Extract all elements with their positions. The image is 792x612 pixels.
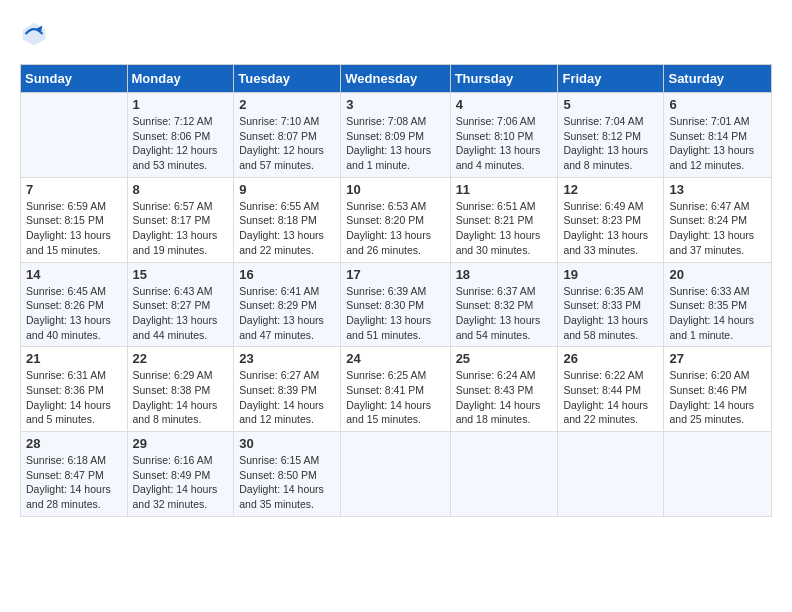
day-info: Sunrise: 6:24 AM Sunset: 8:43 PM Dayligh…: [456, 368, 553, 427]
calendar-cell: [341, 432, 450, 517]
day-number: 24: [346, 351, 444, 366]
day-number: 1: [133, 97, 229, 112]
header-cell-thursday: Thursday: [450, 65, 558, 93]
calendar-week-row: 1Sunrise: 7:12 AM Sunset: 8:06 PM Daylig…: [21, 93, 772, 178]
calendar-week-row: 14Sunrise: 6:45 AM Sunset: 8:26 PM Dayli…: [21, 262, 772, 347]
day-info: Sunrise: 7:01 AM Sunset: 8:14 PM Dayligh…: [669, 114, 766, 173]
day-number: 22: [133, 351, 229, 366]
day-info: Sunrise: 6:47 AM Sunset: 8:24 PM Dayligh…: [669, 199, 766, 258]
day-info: Sunrise: 6:31 AM Sunset: 8:36 PM Dayligh…: [26, 368, 122, 427]
calendar-cell: 13Sunrise: 6:47 AM Sunset: 8:24 PM Dayli…: [664, 177, 772, 262]
day-info: Sunrise: 6:22 AM Sunset: 8:44 PM Dayligh…: [563, 368, 658, 427]
day-number: 10: [346, 182, 444, 197]
header-cell-monday: Monday: [127, 65, 234, 93]
day-number: 18: [456, 267, 553, 282]
day-number: 6: [669, 97, 766, 112]
calendar-cell: 3Sunrise: 7:08 AM Sunset: 8:09 PM Daylig…: [341, 93, 450, 178]
day-number: 3: [346, 97, 444, 112]
calendar-cell: 28Sunrise: 6:18 AM Sunset: 8:47 PM Dayli…: [21, 432, 128, 517]
day-info: Sunrise: 6:27 AM Sunset: 8:39 PM Dayligh…: [239, 368, 335, 427]
calendar-cell: 23Sunrise: 6:27 AM Sunset: 8:39 PM Dayli…: [234, 347, 341, 432]
calendar-cell: 1Sunrise: 7:12 AM Sunset: 8:06 PM Daylig…: [127, 93, 234, 178]
calendar-week-row: 7Sunrise: 6:59 AM Sunset: 8:15 PM Daylig…: [21, 177, 772, 262]
day-number: 7: [26, 182, 122, 197]
calendar-cell: 16Sunrise: 6:41 AM Sunset: 8:29 PM Dayli…: [234, 262, 341, 347]
calendar-cell: 18Sunrise: 6:37 AM Sunset: 8:32 PM Dayli…: [450, 262, 558, 347]
calendar-cell: 4Sunrise: 7:06 AM Sunset: 8:10 PM Daylig…: [450, 93, 558, 178]
day-number: 19: [563, 267, 658, 282]
day-number: 16: [239, 267, 335, 282]
day-number: 23: [239, 351, 335, 366]
calendar-cell: [21, 93, 128, 178]
day-info: Sunrise: 6:18 AM Sunset: 8:47 PM Dayligh…: [26, 453, 122, 512]
calendar-cell: 24Sunrise: 6:25 AM Sunset: 8:41 PM Dayli…: [341, 347, 450, 432]
header-row: SundayMondayTuesdayWednesdayThursdayFrid…: [21, 65, 772, 93]
day-info: Sunrise: 6:15 AM Sunset: 8:50 PM Dayligh…: [239, 453, 335, 512]
calendar-cell: 14Sunrise: 6:45 AM Sunset: 8:26 PM Dayli…: [21, 262, 128, 347]
calendar-cell: 6Sunrise: 7:01 AM Sunset: 8:14 PM Daylig…: [664, 93, 772, 178]
day-number: 13: [669, 182, 766, 197]
day-number: 25: [456, 351, 553, 366]
calendar-cell: 21Sunrise: 6:31 AM Sunset: 8:36 PM Dayli…: [21, 347, 128, 432]
day-number: 11: [456, 182, 553, 197]
calendar-cell: 2Sunrise: 7:10 AM Sunset: 8:07 PM Daylig…: [234, 93, 341, 178]
calendar-cell: 10Sunrise: 6:53 AM Sunset: 8:20 PM Dayli…: [341, 177, 450, 262]
header-cell-sunday: Sunday: [21, 65, 128, 93]
day-info: Sunrise: 6:39 AM Sunset: 8:30 PM Dayligh…: [346, 284, 444, 343]
calendar-header: SundayMondayTuesdayWednesdayThursdayFrid…: [21, 65, 772, 93]
day-info: Sunrise: 6:51 AM Sunset: 8:21 PM Dayligh…: [456, 199, 553, 258]
day-number: 8: [133, 182, 229, 197]
calendar-cell: 17Sunrise: 6:39 AM Sunset: 8:30 PM Dayli…: [341, 262, 450, 347]
day-number: 21: [26, 351, 122, 366]
calendar-body: 1Sunrise: 7:12 AM Sunset: 8:06 PM Daylig…: [21, 93, 772, 517]
calendar-cell: [450, 432, 558, 517]
day-number: 15: [133, 267, 229, 282]
day-info: Sunrise: 7:10 AM Sunset: 8:07 PM Dayligh…: [239, 114, 335, 173]
logo-icon: [20, 20, 48, 48]
day-info: Sunrise: 6:29 AM Sunset: 8:38 PM Dayligh…: [133, 368, 229, 427]
logo: [20, 20, 52, 48]
day-info: Sunrise: 6:16 AM Sunset: 8:49 PM Dayligh…: [133, 453, 229, 512]
day-info: Sunrise: 6:25 AM Sunset: 8:41 PM Dayligh…: [346, 368, 444, 427]
calendar-cell: 29Sunrise: 6:16 AM Sunset: 8:49 PM Dayli…: [127, 432, 234, 517]
day-info: Sunrise: 6:49 AM Sunset: 8:23 PM Dayligh…: [563, 199, 658, 258]
day-info: Sunrise: 6:20 AM Sunset: 8:46 PM Dayligh…: [669, 368, 766, 427]
header-cell-tuesday: Tuesday: [234, 65, 341, 93]
day-number: 12: [563, 182, 658, 197]
page-header: [20, 20, 772, 48]
day-number: 30: [239, 436, 335, 451]
day-info: Sunrise: 7:08 AM Sunset: 8:09 PM Dayligh…: [346, 114, 444, 173]
day-info: Sunrise: 6:35 AM Sunset: 8:33 PM Dayligh…: [563, 284, 658, 343]
calendar-week-row: 28Sunrise: 6:18 AM Sunset: 8:47 PM Dayli…: [21, 432, 772, 517]
day-number: 9: [239, 182, 335, 197]
calendar-cell: 27Sunrise: 6:20 AM Sunset: 8:46 PM Dayli…: [664, 347, 772, 432]
day-info: Sunrise: 6:59 AM Sunset: 8:15 PM Dayligh…: [26, 199, 122, 258]
calendar-cell: 26Sunrise: 6:22 AM Sunset: 8:44 PM Dayli…: [558, 347, 664, 432]
calendar-week-row: 21Sunrise: 6:31 AM Sunset: 8:36 PM Dayli…: [21, 347, 772, 432]
day-info: Sunrise: 6:41 AM Sunset: 8:29 PM Dayligh…: [239, 284, 335, 343]
day-number: 5: [563, 97, 658, 112]
day-info: Sunrise: 6:33 AM Sunset: 8:35 PM Dayligh…: [669, 284, 766, 343]
calendar-cell: 5Sunrise: 7:04 AM Sunset: 8:12 PM Daylig…: [558, 93, 664, 178]
day-number: 27: [669, 351, 766, 366]
header-cell-wednesday: Wednesday: [341, 65, 450, 93]
calendar-cell: 15Sunrise: 6:43 AM Sunset: 8:27 PM Dayli…: [127, 262, 234, 347]
day-info: Sunrise: 6:45 AM Sunset: 8:26 PM Dayligh…: [26, 284, 122, 343]
day-info: Sunrise: 7:12 AM Sunset: 8:06 PM Dayligh…: [133, 114, 229, 173]
calendar-cell: 25Sunrise: 6:24 AM Sunset: 8:43 PM Dayli…: [450, 347, 558, 432]
day-info: Sunrise: 6:53 AM Sunset: 8:20 PM Dayligh…: [346, 199, 444, 258]
calendar-cell: 12Sunrise: 6:49 AM Sunset: 8:23 PM Dayli…: [558, 177, 664, 262]
day-number: 2: [239, 97, 335, 112]
day-info: Sunrise: 7:06 AM Sunset: 8:10 PM Dayligh…: [456, 114, 553, 173]
calendar-cell: 30Sunrise: 6:15 AM Sunset: 8:50 PM Dayli…: [234, 432, 341, 517]
day-info: Sunrise: 6:55 AM Sunset: 8:18 PM Dayligh…: [239, 199, 335, 258]
day-number: 20: [669, 267, 766, 282]
calendar-cell: [558, 432, 664, 517]
day-number: 17: [346, 267, 444, 282]
day-info: Sunrise: 6:37 AM Sunset: 8:32 PM Dayligh…: [456, 284, 553, 343]
header-cell-friday: Friday: [558, 65, 664, 93]
day-number: 14: [26, 267, 122, 282]
header-cell-saturday: Saturday: [664, 65, 772, 93]
calendar-cell: 8Sunrise: 6:57 AM Sunset: 8:17 PM Daylig…: [127, 177, 234, 262]
day-info: Sunrise: 7:04 AM Sunset: 8:12 PM Dayligh…: [563, 114, 658, 173]
